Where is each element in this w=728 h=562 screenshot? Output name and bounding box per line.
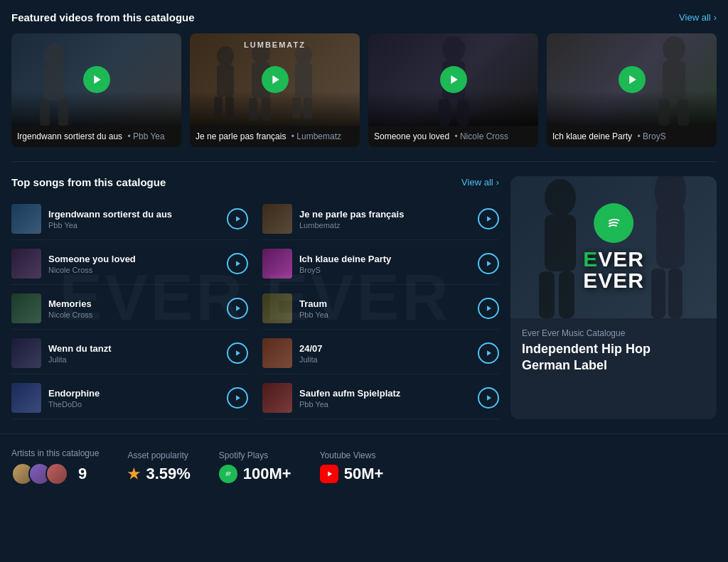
song-title: Traum [299,298,471,309]
video-thumbnail [368,33,538,126]
avatar [46,463,68,485]
featured-view-all[interactable]: View all › [679,12,717,23]
video-title: Ich klaue deine Party [552,131,632,141]
song-play-button[interactable] [227,208,248,229]
play-icon [235,215,242,222]
song-info: Irgendwann sortierst du aus Pbb Yea [48,209,220,229]
catalogue-card-background: EVER EVER [510,176,717,318]
video-card[interactable]: Ich klaue deine Party • BroyS [547,33,717,147]
video-card[interactable]: Irgendwann sortierst du aus • Pbb Yea [11,33,181,147]
song-item: Memories Nicole Cross [11,288,248,330]
play-button[interactable] [262,66,289,93]
song-play-button[interactable] [227,387,248,409]
song-artist: Nicole Cross [48,310,220,319]
video-label: Irgendwann sortierst du aus • Pbb Yea [11,126,181,147]
svg-point-0 [44,43,64,66]
video-thumbnail [11,33,181,126]
svg-rect-2 [40,100,50,126]
song-play-button[interactable] [478,253,499,274]
spotify-value-row: 100M+ [219,465,291,483]
play-icon [270,74,282,85]
youtube-value: 50M+ [344,465,384,483]
song-play-button[interactable] [478,298,499,319]
play-button[interactable] [619,66,646,93]
video-card[interactable]: LUMBEMATZ Je ne parle pas français • Lum… [190,33,360,147]
artists-count: 9 [78,465,87,483]
svg-marker-32 [236,306,240,311]
song-title: Irgendwann sortierst du aus [48,209,220,220]
play-button[interactable] [83,66,110,93]
video-thumbnail [547,33,717,126]
svg-rect-41 [559,271,574,318]
featured-title: Featured videos from this catalogue [11,11,195,23]
play-icon [486,260,493,267]
songs-section: Top songs from this catalogue View all ›… [11,176,499,419]
play-icon [627,74,638,85]
play-button[interactable] [440,66,467,93]
video-title: Irgendwann sortierst du aus [17,131,122,141]
youtube-play-icon [324,469,334,479]
play-icon [235,260,242,267]
song-play-button[interactable] [227,298,248,319]
play-icon [92,74,103,85]
catalogue-sub-label: Ever Ever Music Catalogue [522,328,705,338]
songs-view-all[interactable]: View all › [461,177,499,188]
svg-marker-31 [487,261,491,266]
song-artist: TheDoDo [48,400,220,409]
song-play-button[interactable] [227,342,248,364]
songs-title: Top songs from this catalogue [11,176,166,188]
svg-rect-1 [44,65,64,100]
video-label: Someone you loved • Nicole Cross [368,126,538,147]
brand-accent-e: E [583,247,598,271]
svg-marker-35 [487,350,491,356]
song-artist: Pbb Yea [48,221,220,229]
popularity-stat: Asset popularity ★ 3.59% [127,450,190,483]
popularity-value: 3.59% [146,465,190,483]
song-play-button[interactable] [478,387,499,409]
song-title: 24/07 [299,343,471,354]
song-thumbnail [262,204,292,234]
song-item: Wenn du tanzt Julita [11,333,248,374]
songs-grid: Irgendwann sortierst du aus Pbb Yea Je n… [11,198,499,419]
song-thumbnail [11,204,41,234]
song-item: Irgendwann sortierst du aus Pbb Yea [11,198,248,240]
artist-avatars [11,463,63,485]
svg-rect-15 [292,97,301,119]
svg-rect-39 [545,215,576,271]
svg-marker-49 [328,472,332,477]
song-play-button[interactable] [478,208,499,229]
song-item: Someone you loved Nicole Cross [11,243,248,285]
svg-marker-34 [236,350,240,356]
main-content: Top songs from this catalogue View all ›… [0,162,728,433]
svg-rect-21 [457,99,469,126]
song-title: Je ne parle pas français [299,209,471,220]
svg-marker-36 [236,395,240,401]
song-thumbnail [11,293,41,323]
video-artist: • Nicole Cross [454,131,508,141]
song-play-button[interactable] [227,253,248,274]
song-thumbnail [11,383,41,413]
svg-rect-16 [304,97,312,119]
svg-point-5 [217,46,234,66]
popularity-label: Asset popularity [127,450,190,460]
spotify-label: Spotify Plays [219,450,291,460]
spotify-logo [594,203,633,243]
svg-rect-20 [439,99,450,126]
svg-rect-6 [217,65,234,97]
song-thumbnail [262,249,292,279]
play-icon [235,350,242,357]
spotify-logo-small [223,469,233,479]
video-card[interactable]: Someone you loved • Nicole Cross [368,33,538,147]
spotify-value: 100M+ [243,465,291,483]
song-item: Saufen aufm Spielplatz Pbb Yea [262,377,499,419]
catalogue-name: Independent Hip Hop German Label [522,341,705,374]
song-thumbnail [262,338,292,368]
svg-rect-25 [658,99,670,126]
song-play-button[interactable] [478,342,499,364]
song-item: Je ne parle pas français Lumbematz [262,198,499,240]
song-artist: Julita [299,355,471,364]
play-icon [486,394,493,401]
svg-rect-44 [656,205,685,269]
spotify-icon [219,465,237,483]
svg-marker-22 [451,75,457,84]
